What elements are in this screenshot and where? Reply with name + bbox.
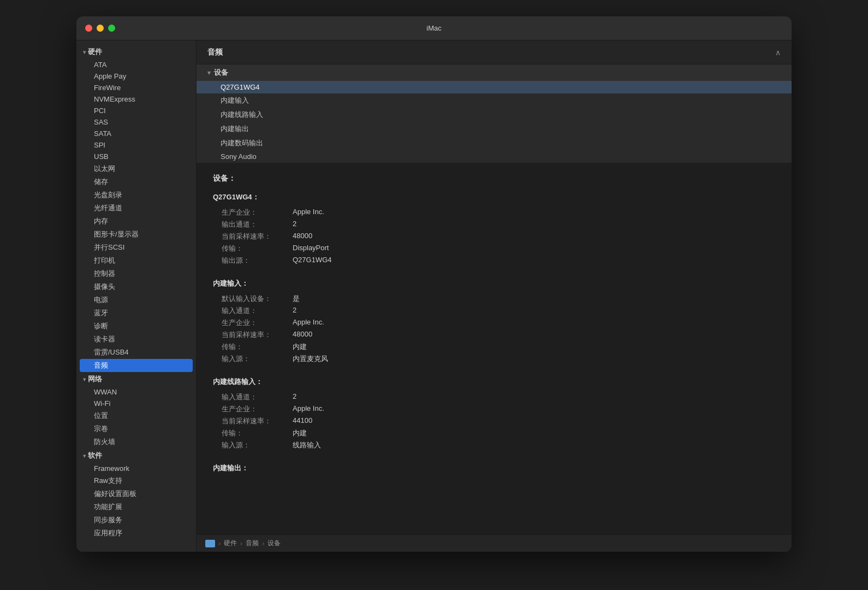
device-block-q27g1wg4: Q27G1WG4： 生产企业： Apple Inc. 输出通道： 2 当前采样速… [213, 192, 775, 266]
prop-label-output-source-1: 输出源： [222, 256, 293, 266]
hardware-chevron-icon: ▾ [83, 49, 86, 55]
prop-input-source-2: 输入源： 内置麦克风 [213, 354, 775, 364]
window-title: iMac [426, 24, 441, 32]
software-section-label: 软件 [88, 451, 102, 461]
close-button[interactable] [85, 25, 92, 32]
prop-label-input-source-2: 输入源： [222, 354, 293, 364]
breadcrumb-sep-3: › [262, 540, 264, 547]
sidebar-item-power[interactable]: 电源 [76, 293, 196, 306]
sidebar-item-raw[interactable]: Raw支持 [76, 474, 196, 487]
prop-label-manufacturer-2: 生产企业： [222, 318, 293, 328]
collapse-button[interactable]: ∧ [775, 48, 781, 57]
sidebar-item-extensions[interactable]: 功能扩展 [76, 500, 196, 514]
prop-value-input-channels-3: 2 [293, 392, 296, 402]
prop-value-sample-rate-3: 44100 [293, 416, 312, 426]
sidebar-item-spi[interactable]: SPI [76, 139, 196, 151]
prop-value-transport-3: 内建 [293, 428, 307, 438]
device-tree-section-label: 设备 [214, 68, 228, 78]
prop-label-default-input: 默认输入设备： [222, 294, 293, 304]
sidebar-item-volumes[interactable]: 宗卷 [76, 422, 196, 435]
prop-transport-1: 传输： DisplayPort [213, 244, 775, 253]
sidebar-item-audio[interactable]: 音频 [80, 359, 193, 372]
sidebar-item-controller[interactable]: 控制器 [76, 267, 196, 280]
sidebar-item-firewall[interactable]: 防火墙 [76, 435, 196, 449]
prop-value-sample-rate-1: 48000 [293, 232, 312, 241]
sidebar-item-apps[interactable]: 应用程序 [76, 527, 196, 540]
breadcrumb-hardware: 硬件 [224, 539, 237, 548]
prop-input-channels: 输入通道： 2 [213, 306, 775, 316]
sidebar-item-framework[interactable]: Framework [76, 463, 196, 474]
sidebar-item-diagnostics[interactable]: 诊断 [76, 320, 196, 333]
network-section-header[interactable]: ▾ 网络 [76, 372, 196, 386]
software-section-header[interactable]: ▾ 软件 [76, 449, 196, 463]
sidebar-item-fiber[interactable]: 光纤通道 [76, 202, 196, 215]
device-tree-item-sony-audio[interactable]: Sony Audio [197, 150, 792, 163]
prop-value-input-source-2: 内置麦克风 [293, 354, 328, 364]
breadcrumb-sep-2: › [240, 540, 242, 547]
sidebar-item-applepay[interactable]: Apple Pay [76, 70, 196, 82]
sidebar-item-camera[interactable]: 摄像头 [76, 280, 196, 293]
sidebar-item-prefpane[interactable]: 偏好设置面板 [76, 487, 196, 500]
sidebar-item-sata[interactable]: SATA [76, 128, 196, 139]
device-tree-item-builtin-output[interactable]: 内建输出 [197, 122, 792, 136]
sidebar-item-thunderbolt[interactable]: 雷雳/USB4 [76, 346, 196, 359]
breadcrumb-bar: › 硬件 › 音频 › 设备 [197, 534, 792, 552]
prop-label-sample-rate-1: 当前采样速率： [222, 232, 293, 241]
device-tree-header[interactable]: ▾ 设备 [197, 64, 792, 81]
network-chevron-icon: ▾ [83, 376, 86, 382]
device-tree-item-builtin-digital-output[interactable]: 内建数码输出 [197, 136, 792, 150]
prop-value-output-source-1: Q27G1WG4 [293, 256, 332, 266]
sidebar-item-sas[interactable]: SAS [76, 116, 196, 128]
device-tree-item-q27g1wg4[interactable]: Q27G1WG4 [197, 81, 792, 93]
sidebar-item-printer[interactable]: 打印机 [76, 254, 196, 267]
sidebar-item-pci[interactable]: PCI [76, 105, 196, 116]
prop-value-manufacturer-3: Apple Inc. [293, 404, 324, 414]
prop-value-transport-2: 内建 [293, 342, 307, 352]
main-window: iMac ▾ 硬件 ATA Apple Pay FireWire NVMExpr… [76, 16, 792, 552]
audio-section-title: 音频 [207, 48, 223, 57]
sidebar-item-optical[interactable]: 光盘刻录 [76, 188, 196, 202]
sidebar-item-graphics[interactable]: 图形卡/显示器 [76, 228, 196, 241]
sidebar: ▾ 硬件 ATA Apple Pay FireWire NVMExpress P… [76, 40, 197, 552]
prop-input-source-3: 输入源： 线路输入 [213, 440, 775, 450]
prop-label-manufacturer-3: 生产企业： [222, 404, 293, 414]
prop-value-manufacturer-2: Apple Inc. [293, 318, 324, 328]
prop-sample-rate-3: 当前采样速率： 44100 [213, 416, 775, 426]
network-section-label: 网络 [88, 374, 102, 384]
device-tree-item-builtin-line-input[interactable]: 内建线路输入 [197, 108, 792, 122]
prop-label-input-channels-3: 输入通道： [222, 392, 293, 402]
maximize-button[interactable] [108, 25, 115, 32]
prop-value-sample-rate-2: 48000 [293, 330, 312, 340]
prop-value-transport-1: DisplayPort [293, 244, 329, 253]
hardware-section-header[interactable]: ▾ 硬件 [76, 45, 196, 59]
sidebar-item-storage[interactable]: 储存 [76, 175, 196, 188]
sidebar-item-location[interactable]: 位置 [76, 409, 196, 422]
prop-manufacturer-2: 生产企业： Apple Inc. [213, 318, 775, 328]
hardware-section-label: 硬件 [88, 47, 102, 57]
sidebar-item-usb[interactable]: USB [76, 151, 196, 162]
sidebar-item-wwan[interactable]: WWAN [76, 386, 196, 398]
device-tree-item-builtin-input[interactable]: 内建输入 [197, 93, 792, 108]
device-block-builtin-output: 内建输出： [213, 463, 775, 473]
sidebar-item-nvme[interactable]: NVMExpress [76, 93, 196, 105]
sidebar-item-ata[interactable]: ATA [76, 59, 196, 70]
prop-label-sample-rate-3: 当前采样速率： [222, 416, 293, 426]
prop-label-output-channels-1: 输出通道： [222, 220, 293, 229]
prop-output-source-1: 输出源： Q27G1WG4 [213, 256, 775, 266]
sidebar-item-ethernet[interactable]: 以太网 [76, 162, 196, 175]
sidebar-item-firewire[interactable]: FireWire [76, 82, 196, 93]
minimize-button[interactable] [97, 25, 104, 32]
sidebar-item-wifi[interactable]: Wi-Fi [76, 398, 196, 409]
prop-label-input-source-3: 输入源： [222, 440, 293, 450]
prop-transport-3: 传输： 内建 [213, 428, 775, 438]
prop-label-input-channels: 输入通道： [222, 306, 293, 316]
sidebar-item-memory[interactable]: 内存 [76, 215, 196, 228]
prop-value-default-input: 是 [293, 294, 300, 304]
sidebar-item-scsi[interactable]: 并行SCSI [76, 241, 196, 254]
device-block-builtin-line-input: 内建线路输入： 输入通道： 2 生产企业： Apple Inc. 当前采样速率：… [213, 377, 775, 450]
sidebar-item-bluetooth[interactable]: 蓝牙 [76, 306, 196, 320]
sidebar-item-cardreader[interactable]: 读卡器 [76, 333, 196, 346]
device-name-builtin-output: 内建输出： [213, 463, 775, 473]
main-content: ▾ 硬件 ATA Apple Pay FireWire NVMExpress P… [76, 40, 792, 552]
sidebar-item-sync[interactable]: 同步服务 [76, 514, 196, 527]
